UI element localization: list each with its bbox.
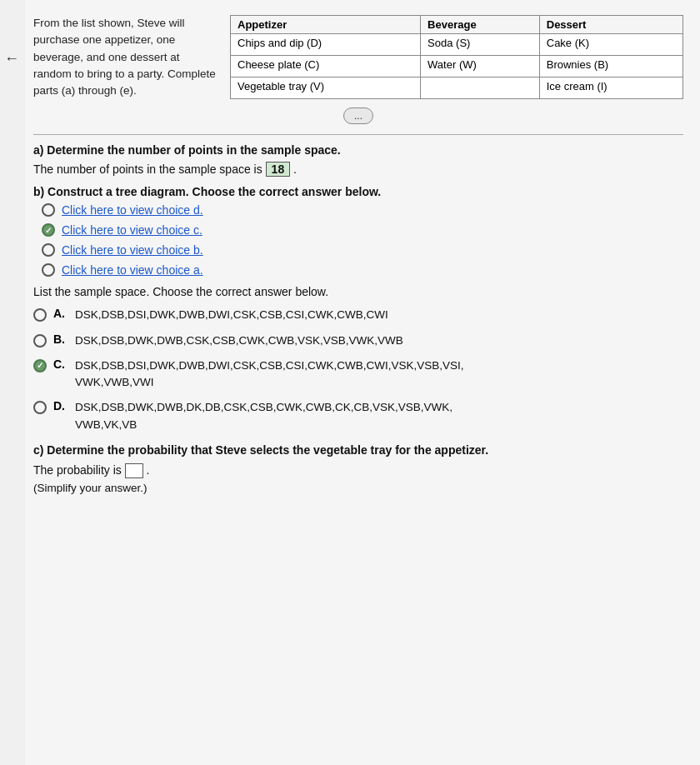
table-cell: Cheese plate (C) [231,56,421,78]
table-cell: Ice cream (I) [539,78,682,99]
choice-b-radio[interactable] [42,243,55,257]
horizontal-divider [33,134,683,135]
choice-a-link[interactable]: Click here to view choice a. [62,263,203,277]
choice-b-item: Click here to view choice b. [42,243,683,257]
table-header-appetizer: Appetizer [231,16,421,34]
part-c-section: c) Determine the probability that Steve … [33,443,683,494]
choice-d-link[interactable]: Click here to view choice d. [62,203,203,217]
table-cell: Vegetable tray (V) [231,78,421,99]
part-c-label: c) Determine the probability that Steve … [33,443,683,457]
sample-d-id: D. [53,399,65,412]
choice-b-link[interactable]: Click here to view choice b. [62,243,203,257]
table-cell: Water (W) [421,56,540,78]
sample-space-options: A. DSK,DSB,DSI,DWK,DWB,DWI,CSK,CSB,CSI,C… [33,307,683,433]
sample-space-label: List the sample space. Choose the correc… [33,285,683,298]
choice-c-radio[interactable] [42,223,55,237]
problem-description: From the list shown, Steve will purchase… [33,15,217,99]
main-content: From the list shown, Steve will purchase… [25,0,700,765]
part-a-value: 18 [266,162,291,177]
part-c-answer-line: The probability is . [33,463,683,478]
choice-c-item: Click here to view choice c. [42,223,683,237]
sample-a-radio[interactable] [33,308,47,322]
part-c-period: . [147,463,150,477]
sample-c-radio[interactable] [33,359,47,372]
sample-a-id: A. [53,307,65,320]
table-cell [421,78,540,99]
sample-b-text: DSK,DSB,DWK,DWB,CSK,CSB,CWK,CWB,VSK,VSB,… [75,332,403,349]
tree-diagram-choices: Click here to view choice d. Click here … [42,203,683,277]
table-row: Cheese plate (C) Water (W) Brownies (B) [231,56,683,78]
table-header-dessert: Dessert [539,16,682,34]
table-row: Chips and dip (D) Soda (S) Cake (K) [231,34,683,56]
part-a-answer: The number of points in the sample space… [33,162,683,177]
food-table: Appetizer Beverage Dessert Chips and dip… [230,15,683,99]
sample-b-radio[interactable] [33,334,47,348]
sample-d-text: DSK,DSB,DWK,DWB,DK,DB,CSK,CSB,CWK,CWB,CK… [75,399,452,433]
sample-option-a: A. DSK,DSB,DSI,DWK,DWB,DWI,CSK,CSB,CSI,C… [33,307,683,323]
left-arrow-nav[interactable]: ← [0,0,25,765]
sample-c-text: DSK,DSB,DSI,DWK,DWB,DWI,CSK,CSB,CSI,CWK,… [75,358,464,392]
part-a-answer-text: The number of points in the sample space… [33,162,262,176]
sample-option-d: D. DSK,DSB,DWK,DWB,DK,DB,CSK,CSB,CWK,CWB… [33,399,683,433]
simplify-note: (Simplify your answer.) [33,482,683,494]
part-c-answer-box[interactable] [125,463,143,478]
choice-a-radio[interactable] [42,263,55,277]
page-container: ← From the list shown, Steve will purcha… [0,0,700,765]
table-row: Vegetable tray (V) Ice cream (I) [231,78,683,99]
table-cell: Soda (S) [421,34,540,56]
choice-d-item: Click here to view choice d. [42,203,683,217]
sample-c-id: C. [53,358,65,371]
ellipsis-divider: ... [33,108,683,124]
table-cell: Cake (K) [539,34,682,56]
part-b-label: b) Construct a tree diagram. Choose the … [33,185,683,198]
sample-a-text: DSK,DSB,DSI,DWK,DWB,DWI,CSK,CSB,CSI,CWK,… [75,307,388,323]
part-a-suffix: . [293,162,297,176]
sample-b-id: B. [53,332,65,346]
choice-c-link[interactable]: Click here to view choice c. [62,223,202,237]
sample-d-radio[interactable] [33,401,47,414]
table-header-beverage: Beverage [421,16,540,34]
choice-a-item: Click here to view choice a. [42,263,683,277]
part-a-label: a) Determine the number of points in the… [33,143,683,157]
table-cell: Chips and dip (D) [231,34,421,56]
table-cell: Brownies (B) [539,56,682,78]
part-c-answer-text: The probability is [33,463,122,477]
top-section: From the list shown, Steve will purchase… [33,15,683,99]
sample-option-c: C. DSK,DSB,DSI,DWK,DWB,DWI,CSK,CSB,CSI,C… [33,358,683,392]
ellipsis-button[interactable]: ... [343,108,373,124]
sample-option-b: B. DSK,DSB,DWK,DWB,CSK,CSB,CWK,CWB,VSK,V… [33,332,683,349]
choice-d-radio[interactable] [42,203,55,217]
